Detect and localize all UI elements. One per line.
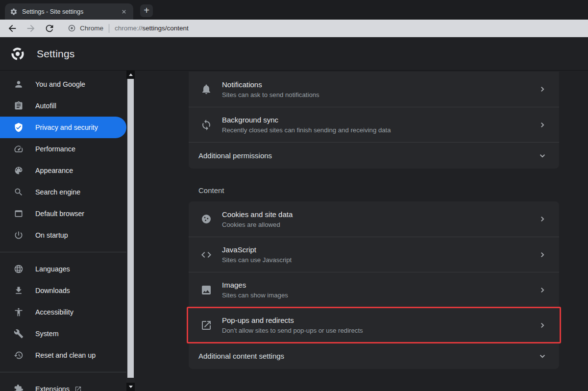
popups-redirects-icon	[200, 319, 212, 331]
row-subtitle: Recently closed sites can finish sending…	[222, 126, 391, 134]
chrome-badge-icon	[68, 24, 76, 32]
sidebar-item-label: System	[35, 330, 59, 338]
row-title: Notifications	[222, 80, 319, 89]
sidebar-item-you-and-google[interactable]: You and Google	[0, 73, 126, 95]
sidebar-item-reset-and-clean-up[interactable]: Reset and clean up	[0, 344, 126, 366]
search-icon	[14, 187, 24, 197]
content-scrollbar[interactable]	[126, 71, 135, 391]
content-section-label: Content	[198, 186, 588, 195]
row-subtitle: Sites can ask to send notifications	[222, 91, 319, 98]
javascript-row[interactable]: JavaScript Sites can use Javascript	[189, 237, 559, 272]
arrow-down-icon	[129, 386, 133, 388]
settings-sidebar: You and Google Autofill Privacy and secu…	[0, 71, 126, 391]
sidebar-item-on-startup[interactable]: On startup	[0, 224, 126, 246]
sidebar-divider	[0, 372, 126, 372]
row-subtitle: Cookies are allowed	[222, 221, 293, 228]
address-bar[interactable]: Chrome chrome://settings/content	[68, 20, 189, 37]
expander-label: Additional content settings	[198, 352, 284, 360]
page-title: Settings	[37, 48, 74, 60]
scrollbar-thumb[interactable]	[127, 79, 134, 378]
sidebar-item-accessibility[interactable]: Accessibility	[0, 301, 126, 323]
download-icon	[14, 286, 24, 295]
external-link-icon	[74, 386, 82, 391]
sidebar-item-default-browser[interactable]: Default browser	[0, 203, 126, 224]
url-scheme: chrome://	[115, 24, 142, 32]
tab-close-icon[interactable]	[120, 7, 128, 16]
row-subtitle: Sites can show images	[222, 292, 288, 299]
browser-toolbar: Chrome chrome://settings/content	[0, 20, 588, 37]
additional-permissions-expander[interactable]: Additional permissions	[189, 142, 559, 169]
chevron-right-icon	[538, 320, 547, 330]
url-path: settings/content	[142, 24, 189, 32]
forward-button[interactable]	[25, 23, 36, 34]
popups-and-redirects-row[interactable]: Pop-ups and redirects Don't allow sites …	[189, 307, 559, 342]
cookies-row[interactable]: Cookies and site data Cookies are allowe…	[189, 201, 559, 237]
tab-title: Settings - Site settings	[22, 8, 120, 15]
sidebar-item-label: Accessibility	[35, 308, 74, 316]
sidebar-divider	[0, 252, 126, 252]
images-row[interactable]: Images Sites can show images	[189, 272, 559, 307]
sidebar-item-label: Default browser	[35, 210, 84, 218]
expander-label: Additional permissions	[198, 151, 272, 160]
default-browser-icon	[14, 209, 24, 219]
chevron-down-icon	[538, 151, 547, 161]
sidebar-item-label: Languages	[35, 265, 70, 273]
sidebar-item-system[interactable]: System	[0, 323, 126, 344]
sidebar-item-label: You and Google	[35, 80, 85, 88]
additional-content-settings-expander[interactable]: Additional content settings	[189, 342, 559, 369]
system-wrench-icon	[14, 329, 24, 339]
performance-icon	[14, 144, 24, 154]
chromium-logo-icon	[11, 47, 24, 61]
languages-globe-icon	[14, 264, 24, 274]
power-icon	[14, 230, 24, 240]
row-subtitle: Sites can use Javascript	[222, 256, 292, 264]
sidebar-item-languages[interactable]: Languages	[0, 258, 126, 280]
sidebar-item-appearance[interactable]: Appearance	[0, 160, 126, 181]
sidebar-item-label: Search engine	[35, 188, 80, 196]
javascript-code-icon	[200, 249, 212, 261]
chevron-right-icon	[538, 285, 547, 295]
sidebar-item-performance[interactable]: Performance	[0, 138, 126, 160]
row-title: Pop-ups and redirects	[222, 316, 363, 324]
sidebar-item-autofill[interactable]: Autofill	[0, 95, 126, 117]
omnibox-url: chrome://settings/content	[115, 24, 189, 32]
content-settings-card: Cookies and site data Cookies are allowe…	[189, 201, 559, 369]
omnibox-product-label: Chrome	[80, 24, 103, 32]
row-title: JavaScript	[222, 245, 292, 254]
sidebar-item-label: Reset and clean up	[35, 351, 96, 359]
row-title: Cookies and site data	[222, 210, 293, 219]
settings-content: Notifications Sites can ask to send noti…	[135, 71, 588, 391]
arrow-up-icon	[129, 73, 133, 76]
notifications-row[interactable]: Notifications Sites can ask to send noti…	[189, 72, 559, 107]
sidebar-item-label: Appearance	[35, 167, 73, 174]
tab-strip: Settings - Site settings +	[0, 0, 588, 20]
sidebar-item-search-engine[interactable]: Search engine	[0, 181, 126, 203]
sidebar-item-label: On startup	[35, 231, 68, 239]
row-subtitle: Don't allow sites to send pop-ups or use…	[222, 327, 363, 334]
sidebar-item-label: Downloads	[35, 287, 70, 294]
autofill-icon	[14, 101, 24, 111]
sidebar-item-privacy-and-security[interactable]: Privacy and security	[0, 117, 126, 138]
images-icon	[200, 284, 212, 296]
sidebar-item-label: Extensions	[35, 385, 70, 391]
sidebar-item-extensions[interactable]: Extensions	[0, 378, 126, 391]
background-sync-icon	[200, 119, 212, 131]
row-title: Images	[222, 281, 288, 289]
background-sync-row[interactable]: Background sync Recently closed sites ca…	[189, 107, 559, 142]
row-title: Background sync	[222, 116, 391, 124]
settings-header: Settings	[0, 37, 588, 71]
sidebar-item-downloads[interactable]: Downloads	[0, 280, 126, 301]
scrollbar-up-button[interactable]	[126, 71, 135, 79]
chevron-right-icon	[538, 84, 547, 94]
notifications-bell-icon	[200, 83, 212, 95]
chevron-down-icon	[538, 351, 547, 361]
back-button[interactable]	[7, 23, 18, 34]
chevron-right-icon	[538, 120, 547, 130]
reload-button[interactable]	[44, 23, 55, 34]
browser-tab[interactable]: Settings - Site settings	[5, 3, 133, 20]
sidebar-item-label: Autofill	[35, 102, 56, 110]
permissions-card: Notifications Sites can ask to send noti…	[189, 72, 559, 169]
new-tab-button[interactable]: +	[140, 4, 153, 17]
reset-history-icon	[14, 350, 24, 360]
scrollbar-down-button[interactable]	[126, 383, 135, 391]
